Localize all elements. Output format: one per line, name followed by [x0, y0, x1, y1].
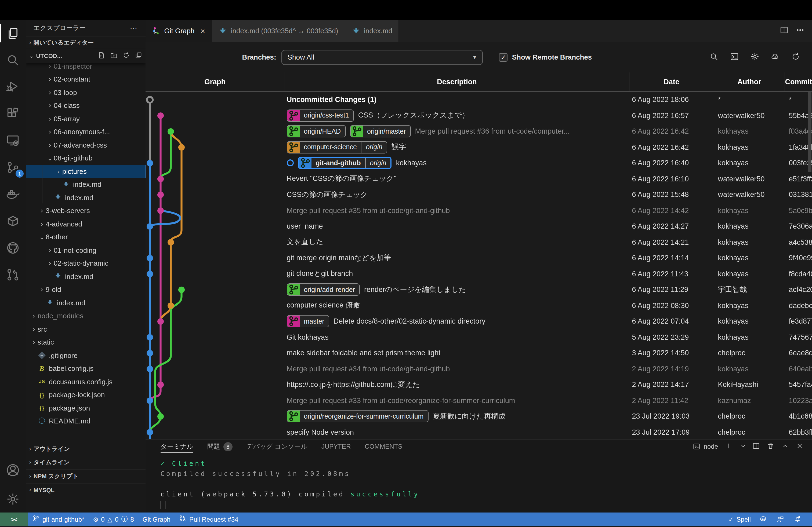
commit-row[interactable]: masterDelete docs/8-other/02-static-dyna…: [146, 313, 812, 329]
commit-row[interactable]: Uncommitted Changes (1)6 Aug 2022 18:06*…: [146, 92, 812, 108]
pull-requests-icon[interactable]: [0, 261, 26, 288]
commit-row[interactable]: specify Node version23 Jul 2022 17:09che…: [146, 424, 812, 439]
tree-item-8-other[interactable]: ⌄8-other: [26, 230, 146, 244]
commit-row[interactable]: Merge pull request #34 from ut-code/git-…: [146, 361, 812, 377]
accounts-icon[interactable]: [0, 457, 26, 483]
commit-row[interactable]: https://.co.jpをhttps://github.comに変えた2 A…: [146, 377, 812, 393]
terminal-output[interactable]: ✓ Client Compiled successfully in 202.08…: [146, 453, 812, 512]
tree-item-4-advanced[interactable]: ›4-advanced: [26, 217, 146, 230]
extensions-icon[interactable]: [0, 100, 26, 127]
remote-indicator[interactable]: ><: [0, 512, 28, 526]
status-spell[interactable]: ✓ Spell: [724, 515, 755, 523]
sidebar-section-タイムライン[interactable]: ›タイムライン: [26, 455, 146, 469]
panel-tab-問題[interactable]: 問題8: [207, 439, 233, 453]
commit-row[interactable]: Revert "CSSの節の画像チェック"6 Aug 2022 16:10wat…: [146, 171, 812, 187]
tree-item--gitignore[interactable]: .gitignore: [26, 349, 146, 362]
tree-item-index-md[interactable]: index.md: [26, 178, 146, 191]
run-debug-icon[interactable]: [0, 74, 26, 100]
split-editor-icon[interactable]: [780, 26, 788, 36]
tree-item-02-constant[interactable]: ›02-constant: [26, 73, 146, 86]
split-terminal-icon[interactable]: [752, 442, 760, 451]
refresh-explorer-icon[interactable]: [122, 51, 130, 60]
cloud-download-icon[interactable]: [771, 52, 780, 62]
new-folder-icon[interactable]: [110, 51, 118, 60]
tree-item-9-old[interactable]: ›9-old: [26, 283, 146, 296]
commit-row[interactable]: origin/css-test1CSS（フレックスボックスまで）6 Aug 20…: [146, 108, 812, 123]
commit-row[interactable]: computer-scienceorigin誤字6 Aug 2022 16:42…: [146, 139, 812, 155]
tree-item-04-class[interactable]: ›04-class: [26, 99, 146, 112]
copilot-icon[interactable]: [755, 515, 772, 524]
branch-badge[interactable]: origin/HEAD: [287, 125, 346, 138]
tree-item-3-web-servers[interactable]: ›3-web-servers: [26, 204, 146, 217]
panel-tab-COMMENTS[interactable]: COMMENTS: [365, 439, 402, 453]
commit-row[interactable]: CSSの節の画像チェック6 Aug 2022 15:48waterwalker5…: [146, 187, 812, 202]
branch-badge[interactable]: origin/add-render: [287, 284, 360, 296]
refresh-icon[interactable]: [791, 52, 800, 62]
panel-tab-ターミナル[interactable]: ターミナル: [161, 439, 193, 453]
kill-terminal-icon[interactable]: [767, 442, 774, 451]
tab-index.md[interactable]: index.md (003fe35d^ ↔ 003fe35d): [212, 20, 345, 42]
status-problems[interactable]: ⊗ 0 △ 0 ⓘ 8: [89, 512, 138, 526]
search-icon[interactable]: [709, 52, 719, 62]
branch-badge[interactable]: master: [287, 315, 329, 328]
sidebar-section-アウトライン[interactable]: ›アウトライン: [26, 442, 146, 455]
explorer-icon[interactable]: [0, 20, 26, 47]
tree-item-index-md[interactable]: index.md: [26, 296, 146, 310]
docker-icon[interactable]: [0, 181, 26, 208]
branch-badge[interactable]: origin/reorganize-for-summer-curriculum: [287, 410, 429, 423]
tree-item-pictures[interactable]: ›pictures: [26, 165, 146, 178]
bell-icon[interactable]: [789, 515, 807, 524]
terminal-icon[interactable]: [730, 52, 739, 62]
branch-badge[interactable]: origin/master: [350, 125, 411, 138]
tree-item-package-lock-json[interactable]: {}package-lock.json: [26, 388, 146, 402]
new-terminal-icon[interactable]: [725, 442, 733, 451]
remote-explorer-icon[interactable]: [0, 127, 26, 154]
terminal-dropdown-icon[interactable]: [740, 442, 745, 451]
gear-icon[interactable]: [750, 52, 759, 62]
panel-tab-JUPYTER[interactable]: JUPYTER: [321, 439, 351, 453]
branch-badge[interactable]: git-and-githuborigin: [298, 157, 392, 169]
workspace-header[interactable]: ⌄ UTCOD...: [26, 49, 146, 63]
commit-row[interactable]: Merge pull request #33 from ut-code/reor…: [146, 393, 812, 408]
commit-row[interactable]: origin/reorganize-for-summer-curriculum夏…: [146, 408, 812, 424]
tree-item-01-not-coding[interactable]: ›01-not-coding: [26, 244, 146, 257]
tab-git[interactable]: Git Graph×: [146, 20, 212, 42]
new-file-icon[interactable]: [98, 51, 105, 60]
collapse-folders-icon[interactable]: [135, 51, 142, 60]
tree-item-08-git-github[interactable]: ⌄08-git-github: [26, 152, 146, 165]
close-panel-icon[interactable]: [796, 442, 803, 451]
commit-row[interactable]: git-and-githuboriginkokhayas6 Aug 2022 1…: [146, 155, 812, 171]
container-icon[interactable]: [0, 208, 26, 235]
tree-item-03-loop[interactable]: ›03-loop: [26, 86, 146, 99]
tree-item-readme-md[interactable]: ⓘREADME.md: [26, 415, 146, 428]
open-editors-section[interactable]: › 開いているエディター: [26, 36, 146, 49]
commit-row[interactable]: git merge origin mainなどを加筆6 Aug 2022 14:…: [146, 250, 812, 266]
more-actions-icon[interactable]: ⋯: [130, 24, 138, 32]
tree-item-docusaurus-config-js[interactable]: JSdocusaurus.config.js: [26, 375, 146, 388]
tree-item-05-array[interactable]: ›05-array: [26, 112, 146, 125]
commit-row[interactable]: Git kokhayas5 Aug 2022 23:29kokhayas7475…: [146, 329, 812, 345]
show-remote-checkbox[interactable]: ✓: [499, 53, 508, 61]
tree-item-02-static-dynamic[interactable]: ›02-static-dynamic: [26, 257, 146, 270]
feedback-icon[interactable]: [772, 515, 789, 524]
settings-icon[interactable]: [0, 486, 26, 512]
source-control-icon[interactable]: 1: [0, 154, 26, 181]
status-gitgraph[interactable]: Git Graph: [138, 512, 175, 526]
shell-selector[interactable]: node: [693, 442, 718, 451]
tab-index.md[interactable]: index.md: [345, 20, 399, 42]
status-pull-request[interactable]: Pull Request #34: [175, 512, 243, 526]
commit-row[interactable]: origin/add-renderrenderのページを編集しました6 Aug …: [146, 282, 812, 298]
scrollbar-thumb[interactable]: [808, 92, 811, 172]
maximize-panel-icon[interactable]: [781, 442, 789, 451]
tree-item-src[interactable]: ›src: [26, 322, 146, 336]
commit-row[interactable]: computer science 俯瞰6 Aug 2022 08:30kokha…: [146, 298, 812, 313]
commit-row[interactable]: git cloneとgit branch6 Aug 2022 11:43kokh…: [146, 266, 812, 282]
tree-item-index-md[interactable]: index.md: [26, 270, 146, 283]
tree-item-index-md[interactable]: index.md: [26, 191, 146, 204]
status-branch[interactable]: git-and-github*: [28, 512, 89, 526]
tree-item-06-anonymous-f-[interactable]: ›06-anonymous-f...: [26, 125, 146, 138]
tree-item-07-advanced-css[interactable]: ›07-advanced-css: [26, 138, 146, 152]
tree-item-package-json[interactable]: {}package.json: [26, 402, 146, 415]
more-actions-icon[interactable]: [796, 26, 804, 36]
search-icon[interactable]: [0, 47, 26, 74]
